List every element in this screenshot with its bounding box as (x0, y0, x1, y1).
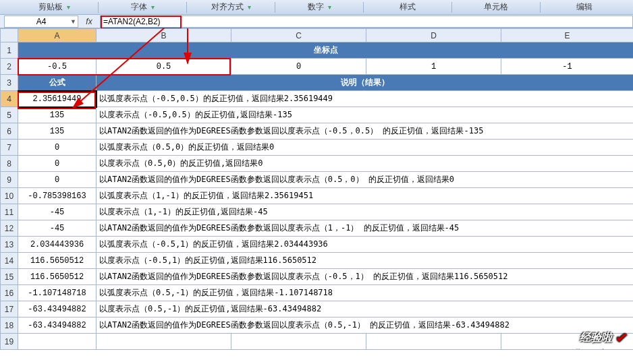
cell[interactable] (18, 334, 97, 350)
expand-icon[interactable]: ▾ (67, 3, 70, 11)
cell[interactable] (97, 334, 231, 350)
ribbon-group-number[interactable]: 数字▾ (275, 1, 363, 13)
watermark-sub: jingyanla.com (576, 348, 626, 350)
row-header[interactable]: 7 (1, 140, 18, 156)
name-box[interactable]: A4 ▼ (4, 16, 78, 28)
cell[interactable]: 135 (18, 123, 97, 140)
cell[interactable]: 说明（结果） (97, 75, 634, 91)
chevron-down-icon[interactable]: ▼ (70, 18, 76, 25)
cell[interactable] (366, 334, 501, 350)
cell[interactable]: 以度表示点（-0.5,1）的反正切值,返回结果116.5650512 (97, 253, 634, 269)
cell[interactable]: 以度表示点（0.5,-1）的反正切值,返回结果-63.43494882 (97, 301, 634, 317)
cell[interactable]: -45 (18, 220, 97, 237)
cell[interactable]: 以ATAN2函数返回的值作为DEGREES函数参数返回以度表示点（1，-1） 的… (97, 220, 634, 237)
row-header[interactable]: 3 (1, 75, 18, 91)
ribbon-group-alignment[interactable]: 对齐方式▾ (187, 1, 275, 13)
col-header-d[interactable]: D (366, 29, 501, 42)
ribbon-group-cells[interactable]: 单元格 (452, 1, 540, 13)
row-header[interactable]: 13 (1, 237, 18, 253)
title-cell[interactable]: 坐标点 (18, 42, 634, 59)
col-header-c[interactable]: C (231, 29, 366, 42)
select-all-corner[interactable] (1, 29, 18, 42)
cell[interactable]: 以弧度表示点（0.5,0）的反正切值，返回结果0 (97, 140, 634, 156)
cell[interactable]: 以度表示点（-0.5,0.5）的反正切值,返回结果-135 (97, 107, 634, 123)
cell[interactable] (231, 334, 366, 350)
cell[interactable]: 以ATAN2函数返回的值作为DEGREES函数参数返回以度表示点（0.5，0） … (97, 172, 634, 188)
cell[interactable]: -63.43494882 (18, 317, 97, 334)
cell[interactable]: -45 (18, 204, 97, 220)
cell[interactable]: 2.034443936 (18, 237, 97, 253)
cell[interactable]: 0 (18, 140, 97, 156)
row-header[interactable]: 5 (1, 107, 18, 123)
expand-icon[interactable]: ▾ (328, 3, 331, 11)
ribbon-group-editing[interactable]: 编辑 (541, 1, 628, 13)
cell[interactable]: 以度表示点（0.5,0）的反正切值,返回结果0 (97, 156, 634, 172)
cell[interactable]: 1 (366, 59, 501, 75)
formula-text: =ATAN2(A2,B2) (103, 17, 161, 26)
expand-icon[interactable]: ▾ (248, 3, 251, 11)
row-header[interactable]: 1 (1, 42, 18, 59)
cell[interactable]: 0 (231, 59, 366, 75)
row-header[interactable]: 6 (1, 123, 18, 140)
row-header[interactable]: 17 (1, 301, 18, 317)
cell[interactable]: 以ATAN2函数返回的值作为DEGREES函数参数返回以度表示点（-0.5，0.… (97, 123, 634, 140)
cell[interactable]: -63.43494882 (18, 301, 97, 317)
watermark: 经验啦✔ (580, 330, 626, 346)
col-header-a[interactable]: A (18, 29, 97, 42)
cell[interactable]: 116.5650512 (18, 253, 97, 269)
row-header[interactable]: 12 (1, 220, 18, 237)
name-box-value: A4 (36, 17, 47, 26)
col-header-e[interactable]: E (501, 29, 634, 42)
cell[interactable]: 0 (18, 156, 97, 172)
cell[interactable]: 以弧度表示点（-0.5,1）的反正切值，返回结果2.034443936 (97, 237, 634, 253)
row-header[interactable]: 15 (1, 269, 18, 285)
ribbon-group-clipboard[interactable]: 剪贴板▾ (10, 1, 98, 13)
expand-icon[interactable]: ▾ (151, 3, 155, 11)
cell[interactable]: 0.5 (97, 59, 231, 75)
row-header[interactable]: 19 (1, 334, 18, 350)
cell[interactable]: 以ATAN2函数返回的值作为DEGREES函数参数返回以度表示点（0.5,-1）… (97, 317, 634, 334)
cell[interactable]: -0.785398163 (18, 188, 97, 204)
cell[interactable]: 公式 (18, 75, 97, 91)
cell[interactable]: 116.5650512 (18, 269, 97, 285)
ribbon-group-styles[interactable]: 样式 (364, 1, 451, 13)
row-header[interactable]: 18 (1, 317, 18, 334)
cell[interactable]: 以弧度表示点（1,-1）的反正切值，返回结果2.35619451 (97, 188, 634, 204)
row-header[interactable]: 8 (1, 156, 18, 172)
formula-input[interactable]: =ATAN2(A2,B2) (100, 16, 633, 28)
ribbon-group-labels: 剪贴板▾ 字体▾ 对齐方式▾ 数字▾ 样式 单元格 编辑 (0, 0, 633, 15)
cell[interactable]: 以弧度表示点（-0.5,0.5）的反正切值，返回结果2.35619449 (97, 91, 634, 107)
cell[interactable]: -0.5 (18, 59, 97, 75)
row-header[interactable]: 14 (1, 253, 18, 269)
cell[interactable]: 以ATAN2函数返回的值作为DEGREES函数参数返回以度表示点（-0.5，1）… (97, 269, 634, 285)
cell[interactable]: 以弧度表示点（0.5,-1）的反正切值，返回结果-1.107148718 (97, 285, 634, 301)
row-header[interactable]: 11 (1, 204, 18, 220)
ribbon-group-font[interactable]: 字体▾ (99, 1, 186, 13)
row-header[interactable]: 2 (1, 59, 18, 75)
row-header[interactable]: 10 (1, 188, 18, 204)
row-header[interactable]: 9 (1, 172, 18, 188)
spreadsheet-grid[interactable]: A B C D E 1 坐标点 2 -0.5 0.5 0 1 -1 3 公式 说… (0, 28, 633, 350)
formula-bar: A4 ▼ fx =ATAN2(A2,B2) (0, 15, 633, 28)
cell[interactable]: 2.35619449 (18, 91, 97, 107)
fx-icon[interactable]: fx (84, 17, 94, 26)
cell[interactable]: -1 (501, 59, 634, 75)
cell[interactable]: -1.107148718 (18, 285, 97, 301)
col-header-b[interactable]: B (97, 29, 231, 42)
cell[interactable]: 135 (18, 107, 97, 123)
cell[interactable]: 以度表示点（1,-1）的反正切值,返回结果-45 (97, 204, 634, 220)
row-header[interactable]: 16 (1, 285, 18, 301)
row-header[interactable]: 4 (1, 91, 18, 107)
cell[interactable]: 0 (18, 172, 97, 188)
check-icon: ✔ (615, 330, 626, 346)
